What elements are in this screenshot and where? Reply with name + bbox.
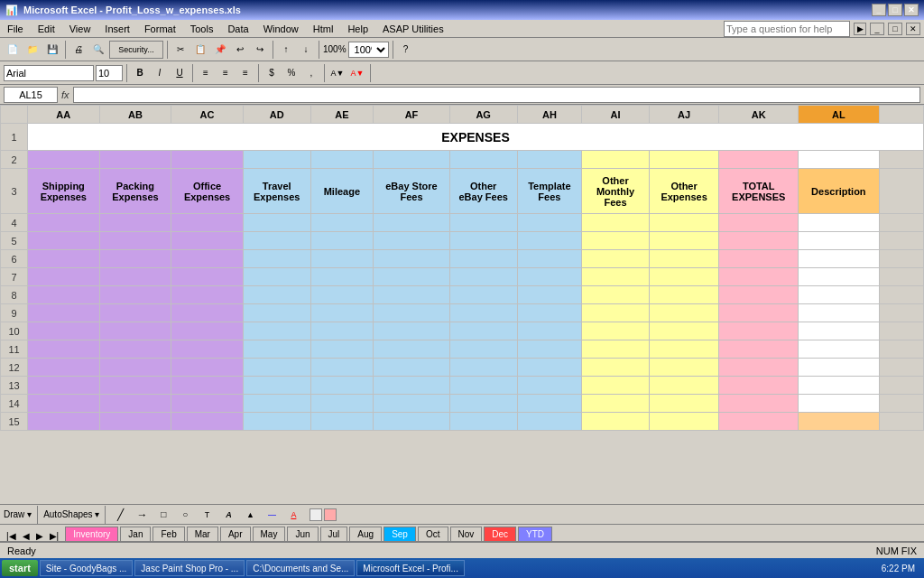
cell-AH2[interactable] (517, 151, 582, 169)
header-ebay-store[interactable]: eBay StoreFees (374, 169, 450, 214)
start-button[interactable]: start (2, 560, 38, 576)
sheet-nav-prev[interactable]: ◀ (20, 531, 32, 541)
cut-button[interactable]: ✂ (171, 41, 189, 59)
col-AL[interactable]: AL (799, 106, 880, 124)
taskbar-documents[interactable]: C:\Documents and Se... (246, 560, 355, 576)
taskbar-excel[interactable]: Microsoft Excel - Profi... (356, 560, 465, 576)
restore-button[interactable]: □ (888, 4, 902, 16)
cell-reference-box[interactable]: AL15 (4, 87, 58, 103)
sheet-tab-aug[interactable]: Aug (349, 527, 382, 541)
comma-button[interactable]: , (302, 64, 320, 82)
header-shipping[interactable]: ShippingExpenses (28, 169, 100, 214)
paste-button[interactable]: 📌 (211, 41, 229, 59)
taskbar-goodybags[interactable]: Site - GoodyBags ... (40, 560, 134, 576)
cell-AE2[interactable] (310, 151, 374, 169)
sheet-tab-inventory[interactable]: Inventory (65, 527, 118, 541)
cell-AK2[interactable] (719, 151, 799, 169)
redo-button[interactable]: ↪ (251, 41, 269, 59)
copy-button[interactable]: 📋 (191, 41, 209, 59)
cell-AC2[interactable] (171, 151, 244, 169)
header-other-monthly[interactable]: OtherMonthlyFees (582, 169, 650, 214)
menu-edit[interactable]: Edit (34, 23, 59, 34)
align-center-button[interactable]: ≡ (217, 64, 235, 82)
new-button[interactable]: 📄 (4, 41, 22, 59)
line-tool[interactable]: ╱ (111, 506, 129, 524)
textbox-tool[interactable]: T (198, 506, 216, 524)
arrow-tool[interactable]: → (133, 506, 151, 524)
header-other-ebay[interactable]: OthereBay Fees (449, 169, 517, 214)
sheet-tab-mar[interactable]: Mar (187, 527, 218, 541)
cell-AI4[interactable] (582, 214, 650, 232)
header-office[interactable]: OfficeExpenses (171, 169, 244, 214)
header-description[interactable]: Description (799, 169, 880, 214)
header-mileage[interactable]: Mileage (310, 169, 374, 214)
color-swatch-1[interactable] (310, 508, 322, 521)
menu-asap[interactable]: ASAP Utilities (379, 23, 448, 34)
expenses-title-cell[interactable]: EXPENSES (28, 124, 924, 151)
sheet-tab-jun[interactable]: Jun (287, 527, 318, 541)
sort-desc-button[interactable]: ↓ (297, 41, 315, 59)
sheet-tab-dec[interactable]: Dec (484, 527, 516, 541)
taskbar-paintshop[interactable]: Jasc Paint Shop Pro - ... (134, 560, 245, 576)
fill-color-draw[interactable]: ▲ (241, 506, 259, 524)
save-button[interactable]: 💾 (43, 41, 61, 59)
align-left-button[interactable]: ≡ (197, 64, 215, 82)
italic-button[interactable]: I (151, 64, 169, 82)
cell-extra2[interactable] (879, 151, 923, 169)
close-button[interactable]: ✕ (904, 4, 919, 16)
font-color-draw[interactable]: A (284, 506, 302, 524)
menu-window[interactable]: Window (260, 23, 302, 34)
cell-AL2[interactable] (799, 151, 880, 169)
col-AA[interactable]: AA (28, 106, 100, 124)
font-color-button[interactable]: A▼ (348, 64, 366, 82)
sheet-tab-nov[interactable]: Nov (450, 527, 483, 541)
col-AG[interactable]: AG (449, 106, 517, 124)
rect-tool[interactable]: □ (154, 506, 172, 524)
color-swatch-2[interactable] (324, 508, 337, 521)
col-extra[interactable] (879, 106, 923, 124)
autoshapes-label[interactable]: AutoShapes ▾ (43, 509, 99, 519)
cell-AG4[interactable] (449, 214, 517, 232)
col-AF[interactable]: AF (374, 106, 450, 124)
cell-AE4[interactable] (310, 214, 374, 232)
sheet-tab-jan[interactable]: Jan (120, 527, 151, 541)
col-AI[interactable]: AI (582, 106, 650, 124)
cell-AG2[interactable] (449, 151, 517, 169)
underline-button[interactable]: U (171, 64, 189, 82)
header-template[interactable]: TemplateFees (517, 169, 582, 214)
cell-AA2[interactable] (28, 151, 100, 169)
header-other-expenses[interactable]: OtherExpenses (649, 169, 719, 214)
menu-tools[interactable]: Tools (187, 23, 217, 34)
font-name-input[interactable] (4, 65, 94, 81)
cell-AC4[interactable] (171, 214, 244, 232)
col-AJ[interactable]: AJ (649, 106, 719, 124)
sort-asc-button[interactable]: ↑ (277, 41, 295, 59)
menu-format[interactable]: Format (141, 23, 180, 34)
header-travel[interactable]: TravelExpenses (243, 169, 310, 214)
cell-AK4[interactable] (719, 214, 799, 232)
formula-input[interactable] (73, 87, 920, 103)
cell-AF2[interactable] (374, 151, 450, 169)
cell-AH4[interactable] (517, 214, 582, 232)
help-button[interactable]: ? (397, 41, 415, 59)
font-size-input[interactable] (96, 65, 123, 81)
restore-excel-button[interactable]: □ (888, 23, 902, 35)
sheet-nav-next[interactable]: ▶ (33, 531, 46, 541)
minimize-excel-button[interactable]: _ (870, 23, 884, 35)
help-search-input[interactable] (724, 21, 850, 37)
menu-html[interactable]: Html (310, 23, 337, 34)
sheet-tab-sep[interactable]: Sep (383, 527, 416, 541)
col-AC[interactable]: AC (171, 106, 244, 124)
cell-AL4[interactable] (799, 214, 880, 232)
col-AD[interactable]: AD (243, 106, 310, 124)
sheet-nav-last[interactable]: ▶| (47, 531, 62, 541)
cell-AI2[interactable] (582, 151, 650, 169)
align-right-button[interactable]: ≡ (236, 64, 254, 82)
close-excel-button[interactable]: ✕ (906, 23, 920, 35)
cell-AJ4[interactable] (649, 214, 719, 232)
cell-AD2[interactable] (243, 151, 310, 169)
minimize-button[interactable]: _ (872, 4, 886, 16)
cell-AB2[interactable] (99, 151, 171, 169)
header-total-expenses[interactable]: TOTALEXPENSES (719, 169, 799, 214)
sheet-tab-apr[interactable]: Apr (220, 527, 251, 541)
